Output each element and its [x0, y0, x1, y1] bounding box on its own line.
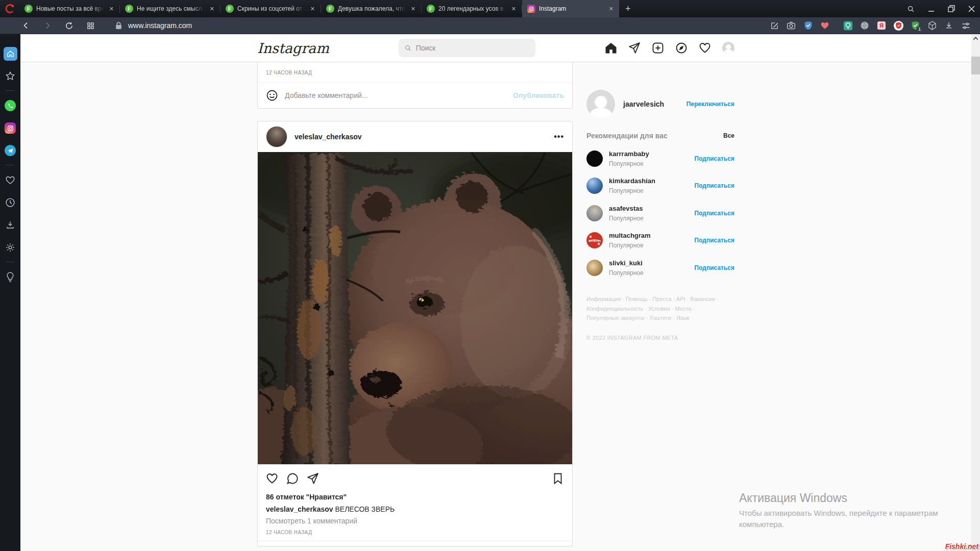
- sidebar-downloads-button[interactable]: [0, 214, 20, 236]
- direct-messages-icon[interactable]: [628, 42, 641, 54]
- suggestion-subtitle: Популярное: [609, 242, 644, 249]
- post-author-avatar[interactable]: [266, 126, 287, 147]
- tab-close-icon[interactable]: ✕: [409, 5, 417, 13]
- sidebar-settings-button[interactable]: [0, 236, 20, 259]
- browser-tab-5[interactable]: F 20 легендарных усов в ис ✕: [422, 0, 522, 17]
- switch-account-link[interactable]: Переключиться: [687, 101, 734, 108]
- follow-button[interactable]: Подписаться: [695, 264, 734, 271]
- suggestion-username[interactable]: asafevstas: [609, 205, 643, 212]
- browser-settings-sliders-icon[interactable]: [961, 20, 971, 31]
- scrollbar-up-arrow[interactable]: [971, 34, 980, 43]
- home-icon[interactable]: [605, 42, 617, 54]
- likes-count[interactable]: 86 отметок "Нравится": [258, 493, 572, 501]
- downloads-icon[interactable]: [944, 20, 954, 31]
- window-close-button[interactable]: [968, 6, 975, 12]
- browser-address-bar: www.instagram.com Я 1: [0, 17, 980, 34]
- sidebar-favorites-button[interactable]: [0, 169, 20, 191]
- activity-heart-icon[interactable]: [699, 42, 711, 54]
- instagram-footer-links[interactable]: Информация · Помощь · Пресса · API · Вак…: [586, 294, 734, 322]
- comment-icon[interactable]: [282, 468, 303, 489]
- tabbar-search-icon[interactable]: [907, 5, 915, 13]
- current-user-avatar[interactable]: [586, 90, 615, 118]
- post-timestamp: 12 ЧАСОВ НАЗАД: [258, 62, 572, 82]
- share-icon[interactable]: [303, 468, 323, 489]
- sidebar-telegram-button[interactable]: [0, 139, 20, 162]
- browser-tab-3[interactable]: F Скрины из соцсетей от АР ✕: [220, 0, 321, 17]
- cube-extension-icon[interactable]: [927, 20, 937, 31]
- suggestion-avatar[interactable]: [586, 151, 603, 167]
- sidebar-home-button[interactable]: [0, 42, 20, 65]
- post-options-icon[interactable]: •••: [554, 132, 564, 141]
- back-button[interactable]: [15, 21, 37, 30]
- post-author-username[interactable]: veleslav_cherkasov: [295, 133, 362, 141]
- yandex-extension-icon[interactable]: Я: [876, 20, 887, 31]
- bookmark-icon[interactable]: [548, 468, 568, 489]
- edit-page-icon[interactable]: [769, 20, 779, 31]
- instagram-logo[interactable]: Instagram: [257, 40, 329, 56]
- current-username[interactable]: jaarvelesich: [623, 100, 678, 108]
- explore-compass-icon[interactable]: [675, 42, 688, 54]
- search-input[interactable]: [416, 44, 529, 52]
- suggestions-see-all-link[interactable]: Все: [723, 132, 734, 139]
- tab-close-icon[interactable]: ✕: [108, 5, 115, 13]
- like-heart-icon[interactable]: [262, 468, 282, 489]
- green-shield-extension-icon[interactable]: 1: [910, 20, 920, 31]
- globe-extension-icon[interactable]: [860, 20, 870, 31]
- panel-divider: [6, 165, 14, 165]
- sidebar-history-button[interactable]: [0, 191, 20, 214]
- window-restore-button[interactable]: [948, 5, 955, 12]
- view-comments-link[interactable]: Посмотреть 1 комментарий: [258, 513, 572, 525]
- adguard-extension-icon[interactable]: [893, 20, 903, 31]
- new-tab-button[interactable]: +: [619, 4, 637, 14]
- browser-tab-2[interactable]: F Не ищите здесь смысл. Зд ✕: [120, 0, 220, 17]
- new-post-icon[interactable]: [652, 42, 664, 54]
- suggestion-username[interactable]: slivki_kuki: [609, 259, 643, 267]
- follow-button[interactable]: Подписаться: [695, 237, 734, 244]
- comment-input[interactable]: [285, 91, 506, 99]
- suggestion-username[interactable]: kimkardashian: [609, 177, 655, 185]
- sidebar-instagram-button[interactable]: [0, 117, 20, 139]
- suggestion-avatar[interactable]: [586, 178, 603, 194]
- instagram-search-box[interactable]: [399, 39, 535, 57]
- browser-tab-4[interactable]: F Девушка пожалела, что по ✕: [321, 0, 421, 17]
- url-bar[interactable]: www.instagram.com: [115, 21, 192, 30]
- suggestion-username[interactable]: multachgram: [609, 232, 651, 239]
- speed-dial-icon[interactable]: [80, 22, 101, 30]
- caption-username[interactable]: veleslav_cherkasov: [266, 505, 333, 513]
- follow-button[interactable]: Подписаться: [695, 155, 734, 162]
- browser-logo[interactable]: [0, 0, 19, 17]
- sidebar-tips-button[interactable]: [0, 266, 20, 288]
- suggestion-subtitle: Популярное: [609, 215, 644, 222]
- follow-button[interactable]: Подписаться: [695, 182, 734, 189]
- sidebar-bookmarks-button[interactable]: [0, 65, 20, 87]
- rds-extension-icon[interactable]: [843, 20, 853, 31]
- forward-button[interactable]: [37, 21, 58, 30]
- tab-title: Новые посты за всё время: [36, 5, 104, 12]
- suggestion-row: kimkardashian Популярное Подписаться: [586, 172, 734, 199]
- reload-button[interactable]: [58, 21, 80, 30]
- tab-close-icon[interactable]: ✕: [208, 5, 216, 13]
- browser-tab-active-instagram[interactable]: Instagram ✕: [522, 0, 619, 17]
- blue-shield-extension-icon[interactable]: [803, 20, 813, 31]
- tab-close-icon[interactable]: ✕: [607, 5, 615, 13]
- suggestion-username[interactable]: karrrambaby: [609, 150, 649, 158]
- tab-close-icon[interactable]: ✕: [510, 5, 518, 13]
- post-photo-bear[interactable]: [258, 152, 572, 464]
- suggestion-avatar[interactable]: [586, 205, 603, 221]
- suggestion-avatar[interactable]: [586, 260, 603, 276]
- heart-extension-icon[interactable]: [820, 20, 830, 31]
- suggestion-row: slivki_kuki Популярное Подписаться: [586, 254, 734, 281]
- window-minimize-button[interactable]: [928, 6, 935, 12]
- profile-avatar[interactable]: [722, 42, 734, 54]
- fishki-favicon: F: [24, 5, 33, 13]
- emoji-icon[interactable]: [266, 89, 278, 102]
- sidebar-whatsapp-button[interactable]: [0, 94, 20, 117]
- browser-tab-1[interactable]: F Новые посты за всё время ✕: [19, 0, 119, 17]
- page-scrollbar[interactable]: [971, 34, 980, 551]
- suggestion-avatar[interactable]: МУЛЬТАЧ: [586, 232, 603, 248]
- scrollbar-thumb[interactable]: [971, 57, 980, 74]
- tab-close-icon[interactable]: ✕: [309, 5, 316, 13]
- screenshot-camera-icon[interactable]: [786, 20, 796, 31]
- publish-button[interactable]: Опубликовать: [513, 91, 564, 99]
- follow-button[interactable]: Подписаться: [695, 210, 734, 217]
